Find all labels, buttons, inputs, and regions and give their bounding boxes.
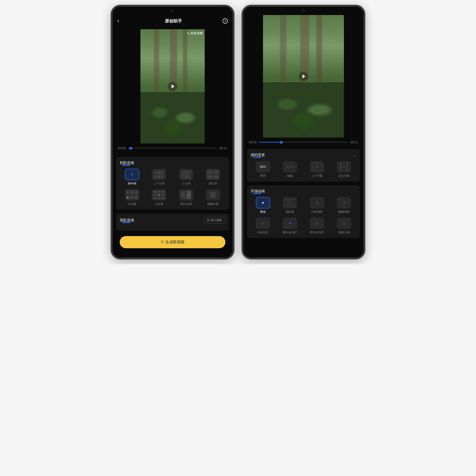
heart-icon [161, 240, 164, 244]
option-blurfade[interactable]: ☆ 模糊渐变 [332, 197, 357, 214]
option-twist[interactable]: ☆ 扭曲入场 [332, 218, 357, 235]
video-area: 00:02 00:12 [243, 15, 363, 147]
timeline: 00:02 00:12 [247, 137, 360, 147]
option-6split[interactable]: ☆ ☆ ☆ ★ ☆ ☆ 六分屏 [120, 189, 144, 206]
list-icon: ☰ [207, 219, 209, 222]
option-vcurtain[interactable]: ☆ 上下开幕 [305, 161, 329, 178]
vsplit-icon: ☆ ☆ [152, 169, 166, 180]
play-button[interactable] [168, 82, 177, 91]
blur-icon: ☆ [206, 189, 220, 201]
3split-icon: ☆ ☆ ☆ [179, 169, 193, 180]
option-9split[interactable]: ☆ ☆ ☆ ☆ ★ ☆ ☆ ☆ ☆ 九分屏 [147, 189, 171, 206]
screen: ‹ 原创助手 ? ↻ 更换视频 00:00 00:12 [113, 7, 233, 257]
progress-thumb[interactable] [280, 141, 283, 144]
timeline: 00:00 00:12 [116, 143, 229, 153]
refresh-icon: ↻ [187, 32, 190, 35]
section-title: 开场动画 [251, 189, 265, 193]
option-4split[interactable]: ☆ ☆ ☆ ☆ 四分屏 [201, 169, 226, 186]
9split-icon: ☆ ☆ ☆ ☆ ★ ☆ ☆ ☆ ☆ [152, 189, 166, 201]
animation-section: 开场动画 ✦ 聚焦 ☆ 电影感 ☆ 白色渐变 [247, 186, 360, 238]
phone-right: 00:02 00:12 源码变更 ⌄ MD5 MD5 [241, 5, 365, 259]
vmarquee-icon: ☆ [310, 218, 324, 229]
basic-options-section: 初阶选项 ✦ 画中画 ☆ ☆ 上下分屏 [116, 157, 229, 210]
header: ‹ 原创助手 ? [113, 15, 233, 27]
advanced-section: 高阶选项 ☰ 自行选择 [116, 214, 229, 231]
time-start: 00:00 [118, 146, 126, 150]
option-whitefade[interactable]: ☆ 白色渐变 [305, 197, 329, 214]
progress-bar[interactable] [128, 148, 217, 149]
twist-icon: ☆ [337, 218, 351, 229]
section-title: 初阶选项 [120, 161, 134, 165]
section-title: 高阶选项 [120, 218, 134, 222]
video-preview[interactable]: ↻ 更换视频 [140, 29, 205, 143]
option-vsplit[interactable]: ☆ ☆ 上下分屏 [147, 169, 171, 186]
screen: 00:02 00:12 源码变更 ⌄ MD5 MD5 [243, 7, 363, 257]
custom-select-button[interactable]: ☰ 自行选择 [203, 217, 225, 223]
video-area: ↻ 更换视频 00:00 00:12 [116, 29, 229, 153]
replace-video-button[interactable]: ↻ 更换视频 [187, 31, 203, 35]
4split-icon: ☆ ☆ ☆ ☆ [206, 169, 220, 180]
camera-notch [302, 9, 305, 12]
6split-icon: ☆ ☆ ☆ ★ ☆ ☆ [125, 189, 139, 201]
hmarquee-icon: ✦ [283, 218, 297, 229]
option-cinema[interactable]: ☆ 电影感 [278, 197, 303, 214]
whitefade-icon: ☆ [310, 197, 324, 208]
blurfade-icon: ☆ [337, 197, 351, 208]
option-mirror[interactable]: ☆ | ☆ 镜像 [278, 161, 303, 178]
option-hmarquee[interactable]: ✦ 横向走马灯 [278, 218, 303, 235]
zoom-icon: ☆ [256, 218, 270, 229]
progress-thumb[interactable] [130, 147, 132, 150]
mirror-icon: ☆ | ☆ [283, 161, 297, 172]
camera-notch [171, 9, 174, 12]
play-button[interactable] [299, 72, 308, 81]
option-zoom[interactable]: ☆ 拉远拉近 [251, 218, 275, 235]
back-button[interactable]: ‹ [117, 18, 124, 24]
phone-left: ‹ 原创助手 ? ↻ 更换视频 00:00 00:12 [111, 5, 235, 259]
section-title: 源码变更 [251, 153, 265, 157]
time-end: 00:12 [350, 140, 358, 144]
hcurtain-icon: ☆ [337, 161, 351, 172]
time-start: 00:02 [249, 140, 257, 144]
option-3split[interactable]: ☆ ☆ ☆ 三分屏 [174, 169, 199, 186]
focus-icon: ✦ [256, 197, 270, 208]
cinema-icon: ☆ [283, 197, 297, 208]
help-button[interactable]: ? [222, 18, 228, 24]
time-end: 00:12 [219, 146, 227, 150]
progress-bar[interactable] [259, 142, 348, 143]
md5-icon: MD5 [256, 161, 270, 172]
option-vmarquee[interactable]: ☆ 竖向走马灯 [305, 218, 329, 235]
option-pip[interactable]: ✦ 画中画 [120, 169, 144, 186]
video-preview[interactable] [263, 15, 344, 137]
options-grid: MD5 MD5 ☆ | ☆ 镜像 ☆ 上下开幕 [251, 161, 356, 178]
page-title: 原创助手 [165, 18, 182, 24]
option-md5[interactable]: MD5 MD5 [251, 161, 275, 178]
chevron-down-icon[interactable]: ⌄ [353, 152, 356, 157]
options-grid: ✦ 画中画 ☆ ☆ 上下分屏 ☆ ☆ ☆ [120, 169, 225, 206]
option-blur[interactable]: ☆ 模糊分屏 [201, 189, 226, 206]
options-grid: ✦ 聚焦 ☆ 电影感 ☆ 白色渐变 ☆ 模糊渐变 [251, 197, 356, 235]
bw-icon: ☆ ☆ [179, 189, 193, 201]
generate-button[interactable]: 生成新视频 [120, 236, 225, 248]
vcurtain-icon: ☆ [310, 161, 324, 172]
option-hcurtain[interactable]: ☆ 左右开幕 [332, 161, 357, 178]
source-section: 源码变更 ⌄ MD5 MD5 ☆ | ☆ 镜像 [247, 149, 360, 182]
option-bw[interactable]: ☆ ☆ 黑白分屏 [174, 189, 199, 206]
progress-fill [259, 142, 281, 143]
pip-icon: ✦ [125, 169, 139, 180]
option-focus[interactable]: ✦ 聚焦 [251, 197, 275, 214]
